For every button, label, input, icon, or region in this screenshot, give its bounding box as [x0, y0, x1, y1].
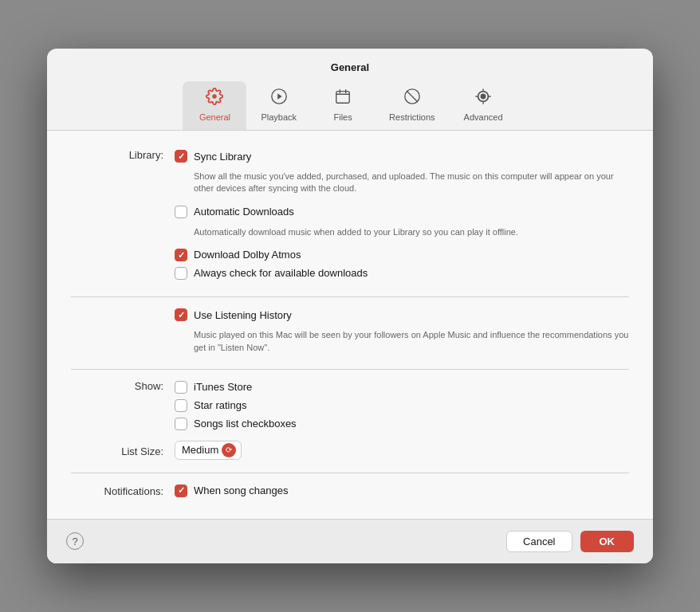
list-size-content: Medium ⟳ [175, 436, 629, 465]
ok-button[interactable]: OK [580, 531, 635, 552]
show-content: iTunes Store Star ratings Songs list che… [175, 378, 629, 433]
sync-library-desc: Show all the music you've added, purchas… [194, 171, 629, 195]
dolby-atmos-checkbox[interactable] [175, 249, 187, 261]
check-downloads-row: Always check for available downloads [175, 264, 629, 282]
show-section: Show: iTunes Store Star ratings Songs li… [71, 378, 629, 433]
auto-downloads-inline: Automatic Downloads [175, 205, 294, 218]
songs-list-text: Songs list checkboxes [194, 417, 297, 430]
auto-downloads-desc: Automatically download music when added … [194, 226, 518, 238]
listening-section: Use Listening History Music played on th… [71, 305, 629, 361]
sync-library-inline: Sync Library [175, 149, 251, 163]
sync-library-row: Sync Library Show all the music you've a… [175, 147, 629, 198]
svg-line-4 [407, 92, 417, 102]
listening-history-checkbox[interactable] [175, 308, 187, 321]
advanced-icon [474, 88, 492, 109]
tab-files-label: Files [333, 112, 352, 122]
tab-playback-label: Playback [261, 112, 297, 122]
itunes-store-text: iTunes Store [194, 380, 252, 393]
preferences-dialog: General General Playback [47, 49, 653, 563]
list-size-label: List Size: [71, 443, 175, 457]
listening-history-row: Use Listening History Music played on th… [175, 305, 629, 356]
dialog-title: General [47, 49, 653, 73]
content-area: Library: Sync Library Show all the music… [47, 131, 653, 519]
list-size-select[interactable]: Medium ⟳ [175, 441, 242, 460]
listening-history-desc: Music played on this Mac will be seen by… [194, 329, 629, 354]
playback-icon [270, 88, 288, 109]
tab-advanced[interactable]: Advanced [450, 81, 517, 130]
auto-downloads-text: Automatic Downloads [194, 205, 294, 218]
help-label: ? [72, 536, 77, 547]
when-song-changes-row: When song changes [175, 481, 629, 500]
tab-restrictions-label: Restrictions [389, 112, 435, 122]
show-label: Show: [71, 378, 175, 392]
list-size-row: Medium ⟳ [175, 436, 629, 465]
dolby-atmos-row: Download Dolby Atmos [175, 245, 629, 264]
listening-history-inline: Use Listening History [175, 308, 292, 321]
songs-list-row: Songs list checkboxes [175, 414, 629, 433]
restrictions-icon [403, 88, 421, 109]
list-size-section: List Size: Medium ⟳ [71, 436, 629, 465]
divider-2 [71, 369, 629, 370]
sync-library-text: Sync Library [194, 150, 251, 163]
star-ratings-text: Star ratings [194, 398, 246, 411]
tab-bar: General Playback Files [47, 73, 653, 131]
itunes-store-checkbox[interactable] [175, 381, 187, 394]
svg-marker-1 [277, 93, 282, 99]
library-section: Library: Sync Library Show all the music… [71, 147, 629, 288]
svg-rect-2 [336, 92, 350, 104]
cancel-button[interactable]: Cancel [506, 531, 572, 552]
listening-content: Use Listening History Music played on th… [175, 305, 629, 361]
list-size-arrow-icon: ⟳ [222, 443, 236, 457]
help-button[interactable]: ? [66, 532, 84, 550]
footer-actions: Cancel OK [506, 531, 634, 552]
title-text: General [331, 61, 369, 73]
auto-downloads-row: Automatic Downloads Automatically downlo… [175, 202, 629, 241]
sync-library-checkbox[interactable] [175, 150, 187, 163]
listening-label-spacer [71, 305, 175, 308]
general-icon [206, 88, 223, 109]
auto-downloads-checkbox[interactable] [175, 206, 187, 218]
notifications-label: Notifications: [71, 483, 175, 497]
notifications-section: Notifications: When song changes [71, 481, 629, 500]
list-size-value: Medium [182, 444, 218, 456]
tab-advanced-label: Advanced [464, 112, 503, 122]
tab-general-label: General [199, 112, 230, 122]
notifications-content: When song changes [175, 481, 629, 500]
star-ratings-row: Star ratings [175, 396, 629, 414]
check-downloads-text: Always check for available downloads [194, 266, 368, 279]
dolby-atmos-text: Download Dolby Atmos [194, 248, 301, 261]
tab-playback[interactable]: Playback [246, 81, 311, 130]
listening-history-text: Use Listening History [194, 308, 292, 321]
dialog-footer: ? Cancel OK [47, 519, 653, 563]
files-icon [334, 88, 352, 109]
divider-3 [71, 473, 629, 473]
when-song-changes-text: When song changes [194, 484, 289, 496]
tab-files[interactable]: Files [311, 81, 375, 130]
tab-general[interactable]: General [183, 81, 246, 130]
songs-list-checkbox[interactable] [175, 418, 187, 430]
itunes-store-row: iTunes Store [175, 378, 629, 396]
library-options: Sync Library Show all the music you've a… [175, 147, 629, 288]
when-song-changes-checkbox[interactable] [175, 484, 187, 497]
library-label: Library: [71, 147, 175, 161]
divider-1 [71, 296, 629, 297]
check-downloads-checkbox[interactable] [175, 267, 187, 280]
star-ratings-checkbox[interactable] [175, 399, 187, 412]
tab-restrictions[interactable]: Restrictions [375, 81, 449, 130]
